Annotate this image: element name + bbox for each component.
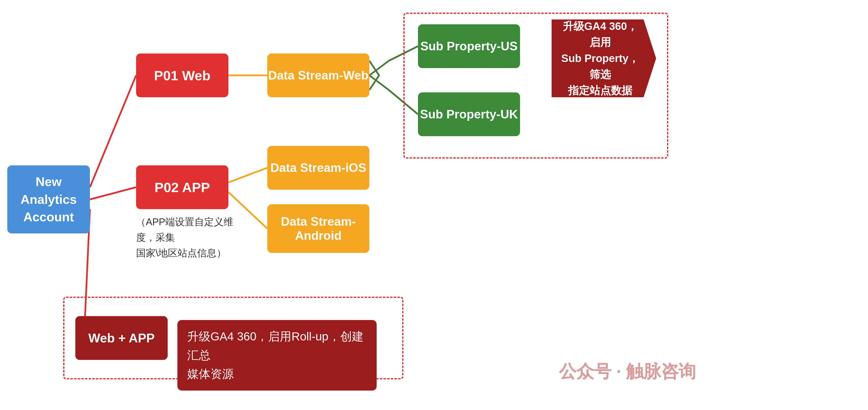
data-stream-android-node: Data Stream- Android: [267, 204, 369, 253]
diagram-container: New Analytics Account P01 Web P02 APP （A…: [0, 0, 868, 410]
data-stream-ios-label: Data Stream-iOS: [271, 161, 367, 175]
p02-app-label: P02 APP: [155, 179, 210, 195]
data-stream-web-node: Data Stream-Web: [267, 54, 369, 97]
watermark-text: 公众号 · 触脉咨询: [559, 361, 696, 381]
rollup-note: 升级GA4 360，启用Roll-up，创建汇总 媒体资源: [177, 320, 377, 390]
svg-line-1: [90, 187, 136, 199]
watermark: 公众号 · 触脉咨询: [559, 360, 696, 383]
p02-app-node: P02 APP: [136, 165, 228, 209]
data-stream-ios-node: Data Stream-iOS: [267, 146, 369, 190]
ga4-360-sub-property-arrow: 升级GA4 360，启用 Sub Property，筛选 指定站点数据: [552, 20, 656, 97]
data-stream-android-label: Data Stream- Android: [281, 214, 356, 243]
arrow-label: 升级GA4 360，启用 Sub Property，筛选 指定站点数据: [559, 18, 642, 98]
app-note-text: （APP端设置自定义维度，采集 国家\地区站点信息）: [136, 216, 233, 258]
sub-property-us-label: Sub Property-US: [421, 39, 518, 53]
svg-line-6: [369, 61, 389, 76]
p01-web-label: P01 Web: [154, 68, 211, 83]
sub-property-uk-node: Sub Property-UK: [418, 92, 520, 136]
web-app-node: Web + APP: [75, 316, 168, 360]
p01-web-node: P01 Web: [136, 54, 228, 97]
analytics-account-node: New Analytics Account: [7, 165, 90, 233]
svg-line-4: [228, 168, 267, 182]
web-app-label: Web + APP: [88, 331, 155, 345]
svg-line-8: [369, 76, 389, 90]
app-note: （APP端设置自定义维度，采集 国家\地区站点信息）: [136, 214, 253, 261]
sub-property-us-node: Sub Property-US: [418, 24, 520, 68]
rollup-note-text: 升级GA4 360，启用Roll-up，创建汇总 媒体资源: [187, 330, 364, 380]
svg-line-0: [90, 76, 136, 187]
sub-property-uk-label: Sub Property-UK: [420, 107, 518, 121]
analytics-account-label: New Analytics Account: [7, 173, 90, 226]
data-stream-web-label: Data Stream-Web: [268, 68, 368, 82]
